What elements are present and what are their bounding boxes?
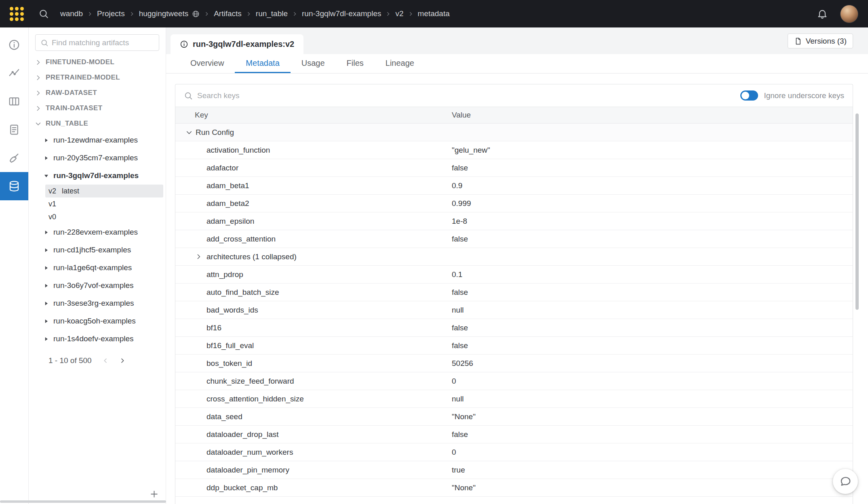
sidebar-horizontal-scrollbar[interactable]	[0, 500, 166, 503]
nav-search-icon[interactable]	[38, 8, 49, 19]
version-item[interactable]: v2 latest	[45, 185, 163, 197]
wandb-logo[interactable]	[10, 7, 24, 21]
triangle-right-icon	[44, 265, 49, 271]
table-row[interactable]: attn_pdrop 0.1	[175, 266, 853, 284]
table-row[interactable]: dataloader_drop_last false	[175, 426, 853, 443]
table-row[interactable]: architectures (1 collapsed)	[175, 248, 853, 266]
sidebar-collection-run-table[interactable]: RUN_TABLE	[29, 116, 166, 131]
tab[interactable]: Overview	[179, 54, 235, 73]
tab[interactable]: Lineage	[375, 54, 425, 73]
row-key: activation_function	[206, 146, 270, 155]
version-item[interactable]: v1	[45, 197, 163, 210]
table-row[interactable]: add_cross_attention false	[175, 230, 853, 248]
row-key: auto_find_batch_size	[206, 288, 279, 297]
version-item[interactable]: v0	[45, 210, 163, 223]
table-row[interactable]: bad_words_ids null	[175, 301, 853, 319]
breadcrumb-item[interactable]: huggingtweets	[139, 9, 189, 18]
run-label: run-koacg5oh-examples	[53, 317, 136, 326]
sidebar-search-box	[35, 34, 159, 51]
breadcrumb-item[interactable]: run_table	[256, 9, 288, 18]
search-keys-input[interactable]	[197, 91, 383, 100]
run-label: run-228evxem-examples	[53, 228, 138, 237]
table-row[interactable]: dataloader_num_workers 0	[175, 443, 853, 461]
table-row[interactable]: activation_function "gelu_new"	[175, 141, 853, 159]
run-label: run-20y35cm7-examples	[53, 153, 138, 162]
table-row[interactable]: adam_beta2 0.999	[175, 195, 853, 212]
tab[interactable]: Usage	[291, 54, 336, 73]
sweeps-broom-icon[interactable]	[0, 144, 28, 172]
tab[interactable]: Metadata	[235, 54, 290, 73]
row-value: "None"	[452, 412, 853, 421]
pagination-next-icon[interactable]	[119, 357, 126, 364]
table-row[interactable]: adam_beta1 0.9	[175, 177, 853, 195]
table-row[interactable]: bf16_full_eval false	[175, 337, 853, 355]
reports-document-icon[interactable]	[0, 116, 28, 144]
tables-panel-icon[interactable]	[0, 87, 28, 116]
table-row[interactable]: cross_attention_hidden_size null	[175, 390, 853, 408]
chevron-right-icon[interactable]	[195, 253, 202, 260]
sidebar-run-item[interactable]: run-cd1jhcf5-examples	[29, 241, 166, 259]
breadcrumb-item[interactable]: wandb	[60, 9, 83, 18]
table-row[interactable]: dataloader_pin_memory true	[175, 461, 853, 479]
sidebar-collection[interactable]: FINETUNED-MODEL	[29, 55, 166, 70]
toggle-knob	[742, 92, 749, 99]
sidebar-run-item[interactable]: run-3sese3rg-examples	[29, 294, 166, 312]
breadcrumb-item[interactable]: Projects	[97, 9, 125, 18]
artifact-tabs: Overview Metadata Usage Files Lineage	[166, 54, 868, 74]
table-row[interactable]: adam_epsilon 1e-8	[175, 212, 853, 230]
table-row[interactable]: bf16 false	[175, 319, 853, 337]
triangle-right-icon	[44, 138, 49, 143]
artifact-version-tab[interactable]: run-3gqlw7dl-examples:v2	[171, 34, 303, 54]
sidebar-run-item[interactable]: run-20y35cm7-examples	[29, 149, 166, 167]
sidebar-run-item[interactable]: run-1zewdmar-examples	[29, 131, 166, 149]
pagination-prev-icon[interactable]	[102, 357, 109, 364]
artifacts-database-icon[interactable]	[0, 172, 28, 200]
table-row[interactable]: data_seed "None"	[175, 408, 853, 426]
workspace-chart-icon[interactable]	[0, 59, 28, 87]
run-label: run-la1ge6qt-examples	[53, 263, 132, 272]
add-artifact-button[interactable]	[149, 489, 159, 499]
breadcrumb-item[interactable]: v2	[395, 9, 403, 18]
sidebar-run-item[interactable]: run-228evxem-examples	[29, 223, 166, 241]
breadcrumb-segment: huggingtweets	[139, 9, 214, 18]
table-row[interactable]: ddp_bucket_cap_mb "None"	[175, 479, 853, 497]
row-key: adam_epsilon	[206, 217, 254, 226]
vertical-scrollbar[interactable]	[855, 113, 859, 310]
breadcrumb-segment: metadata	[418, 9, 450, 18]
row-key-cell: architectures (1 collapsed)	[175, 252, 452, 261]
breadcrumb-item[interactable]: Artifacts	[214, 9, 242, 18]
breadcrumb-segment: Artifacts	[214, 9, 256, 18]
sidebar-collection[interactable]: PRETRAINED-MODEL	[29, 70, 166, 85]
breadcrumb-item[interactable]: run-3gqlw7dl-examples	[302, 9, 381, 18]
metadata-toolbar: Ignore underscore keys	[175, 84, 853, 107]
sidebar-run-item[interactable]: run-1s4doefv-examples	[29, 330, 166, 348]
table-row[interactable]: adafactor false	[175, 159, 853, 177]
ignore-underscore-toggle[interactable]	[740, 90, 758, 101]
search-icon	[184, 91, 193, 100]
sidebar-collection[interactable]: RAW-DATASET	[29, 85, 166, 101]
artifact-search-input[interactable]	[52, 38, 154, 47]
table-header-row: Key Value	[175, 107, 853, 124]
user-avatar[interactable]	[840, 5, 858, 23]
row-value: 1e-8	[452, 217, 853, 226]
globe-icon	[192, 10, 200, 18]
sidebar-run-item[interactable]: run-3o6y7vof-examples	[29, 277, 166, 294]
sidebar-run-item[interactable]: run-la1ge6qt-examples	[29, 259, 166, 277]
triangle-right-icon	[44, 319, 49, 324]
sidebar-run-item-active[interactable]: run-3gqlw7dl-examples	[29, 167, 166, 185]
chat-bubble-icon	[839, 475, 851, 487]
sidebar-run-item[interactable]: run-koacg5oh-examples	[29, 312, 166, 330]
sidebar-collection[interactable]: TRAIN-DATASET	[29, 101, 166, 116]
table-row[interactable]: auto_find_batch_size false	[175, 284, 853, 301]
table-row[interactable]: bos_token_id 50256	[175, 355, 853, 372]
versions-button[interactable]: Versions (3)	[788, 34, 853, 48]
notifications-bell-icon[interactable]	[817, 8, 828, 19]
table-row[interactable]: chunk_size_feed_forward 0	[175, 372, 853, 390]
overview-info-icon[interactable]	[0, 31, 28, 59]
tab[interactable]: Files	[336, 54, 375, 73]
breadcrumb-item[interactable]: metadata	[418, 9, 450, 18]
run-config-group-row[interactable]: Run Config	[175, 124, 853, 141]
help-chat-button[interactable]	[833, 469, 858, 494]
row-key: ddp_bucket_cap_mb	[206, 483, 278, 492]
app-body: FINETUNED-MODEL PRETRAINED-MODEL	[0, 27, 868, 504]
